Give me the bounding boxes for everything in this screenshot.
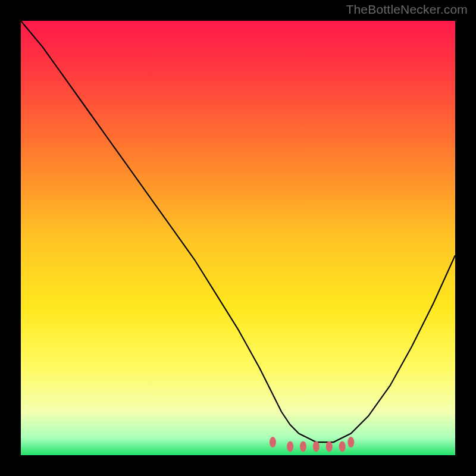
watermark-text: TheBottleNecker.com [346,2,468,17]
valley-dot [326,441,333,452]
valley-dot [347,437,354,447]
chart-background [21,21,455,455]
valley-dot [270,437,276,447]
valley-dot [313,441,320,452]
valley-dot [287,441,293,452]
chart-svg [21,21,455,455]
chart-plot-area [21,21,455,455]
valley-dot [300,441,306,452]
valley-dot [339,441,346,452]
